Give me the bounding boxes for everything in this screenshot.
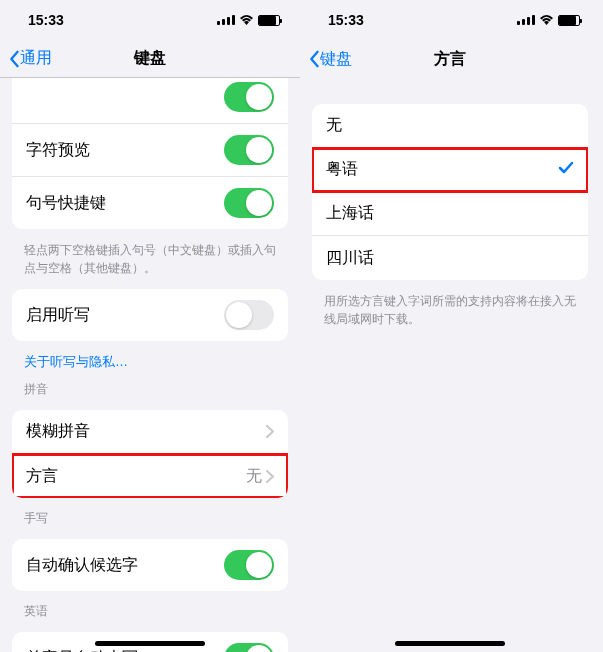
- back-button[interactable]: 通用: [8, 48, 52, 69]
- wifi-icon: [539, 12, 554, 28]
- toggle-dictation[interactable]: [224, 300, 274, 330]
- label: 四川话: [326, 248, 374, 269]
- label: 方言: [26, 466, 58, 487]
- status-time: 15:33: [28, 12, 64, 28]
- label: 粤语: [326, 159, 358, 180]
- toggle-partial[interactable]: [224, 82, 274, 112]
- cellular-icon: [217, 15, 235, 25]
- status-icons: [517, 12, 580, 28]
- battery-icon: [258, 15, 280, 26]
- toggle-period-shortcut[interactable]: [224, 188, 274, 218]
- label: 首字母自动大写: [26, 648, 138, 653]
- chevron-left-icon: [8, 50, 20, 68]
- back-label: 键盘: [320, 49, 352, 70]
- group-top: 字符预览 句号快捷键: [12, 78, 288, 229]
- label: 字符预览: [26, 140, 90, 161]
- footer-dialect: 用所选方言键入字词所需的支持内容将在接入无线局域网时下载。: [324, 292, 576, 328]
- group-handwriting: 自动确认候选字: [12, 539, 288, 591]
- status-icons: [217, 12, 280, 28]
- chevron-right-icon: [266, 425, 274, 438]
- row-fuzzy-pinyin[interactable]: 模糊拼音: [12, 410, 288, 454]
- home-indicator[interactable]: [395, 641, 505, 646]
- header-pinyin: 拼音: [24, 381, 276, 398]
- battery-icon: [558, 15, 580, 26]
- label: 模糊拼音: [26, 421, 90, 442]
- header-handwriting: 手写: [24, 510, 276, 527]
- nav-bar: 键盘 方言: [300, 40, 600, 78]
- toggle-auto-confirm[interactable]: [224, 550, 274, 580]
- status-time: 15:33: [328, 12, 364, 28]
- privacy-link[interactable]: 关于听写与隐私…: [24, 353, 276, 371]
- home-indicator[interactable]: [95, 641, 205, 646]
- toggle-auto-caps[interactable]: [224, 643, 274, 652]
- nav-bar: 通用 键盘: [0, 40, 300, 78]
- option-none[interactable]: 无: [312, 104, 588, 148]
- row-dictation[interactable]: 启用听写: [12, 289, 288, 341]
- option-shanghainese[interactable]: 上海话: [312, 192, 588, 236]
- group-dictation: 启用听写: [12, 289, 288, 341]
- row-char-preview[interactable]: 字符预览: [12, 124, 288, 177]
- row-dialect[interactable]: 方言 无: [12, 454, 288, 498]
- toggle-char-preview[interactable]: [224, 135, 274, 165]
- group-pinyin: 模糊拼音 方言 无: [12, 410, 288, 498]
- status-bar: 15:33: [300, 0, 600, 40]
- label: 句号快捷键: [26, 193, 106, 214]
- label: 无: [326, 115, 342, 136]
- back-label: 通用: [20, 48, 52, 69]
- option-cantonese[interactable]: 粤语: [312, 148, 588, 192]
- wifi-icon: [239, 12, 254, 28]
- row-period-shortcut[interactable]: 句号快捷键: [12, 177, 288, 229]
- back-button[interactable]: 键盘: [308, 49, 352, 70]
- page-title: 键盘: [134, 48, 166, 69]
- checkmark-icon: [558, 159, 574, 180]
- group-dialect-options: 无 粤语 上海话 四川话: [312, 104, 588, 280]
- screen-dialect-select: 15:33 键盘 方言 无 粤语 上海话 四川话 用所选方言键入字词所需的: [300, 0, 600, 652]
- label: 自动确认候选字: [26, 555, 138, 576]
- status-bar: 15:33: [0, 0, 300, 40]
- chevron-right-icon: [266, 470, 274, 483]
- chevron-left-icon: [308, 50, 320, 68]
- label: 启用听写: [26, 305, 90, 326]
- cellular-icon: [517, 15, 535, 25]
- row-auto-confirm[interactable]: 自动确认候选字: [12, 539, 288, 591]
- header-english: 英语: [24, 603, 276, 620]
- row-partial[interactable]: [12, 78, 288, 124]
- screen-keyboard-settings: 15:33 通用 键盘 字符预览 句号快捷键 轻点两下空格键插入句号（中文键: [0, 0, 300, 652]
- label: 上海话: [326, 203, 374, 224]
- option-sichuanese[interactable]: 四川话: [312, 236, 588, 280]
- value: 无: [246, 466, 262, 487]
- footer-period: 轻点两下空格键插入句号（中文键盘）或插入句点与空格（其他键盘）。: [24, 241, 276, 277]
- page-title: 方言: [434, 49, 466, 70]
